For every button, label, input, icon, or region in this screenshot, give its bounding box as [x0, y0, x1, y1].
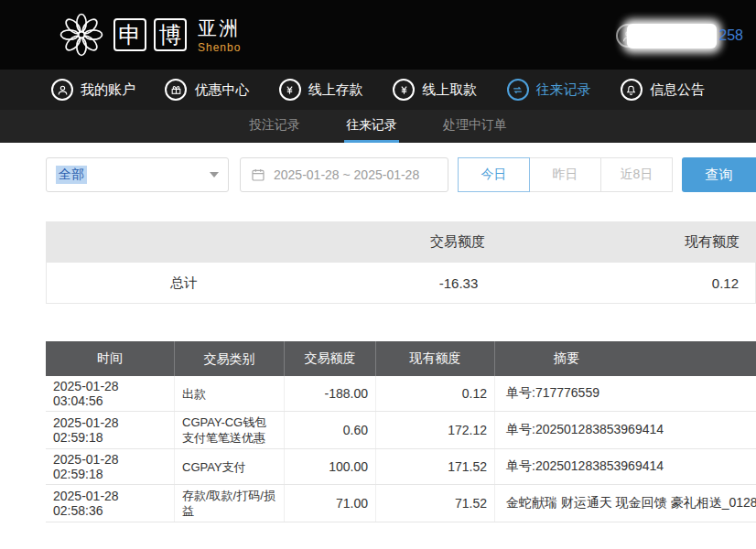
gift-icon	[165, 79, 187, 101]
privacy-blur	[627, 24, 717, 48]
table-row: 2025-01-28 03:04:56 出款 -188.00 0.12 单号:7…	[46, 376, 756, 412]
quick-today-button[interactable]: 今日	[458, 157, 530, 192]
nav-label: 线上取款	[422, 81, 477, 99]
nav-item-transactions[interactable]: 往来记录	[507, 79, 591, 101]
logo-region-text: 亚洲	[198, 16, 241, 41]
account-number: 258	[718, 27, 743, 44]
tab-label: 往来记录	[346, 117, 397, 134]
cell-balance: 0.12	[375, 376, 494, 411]
col-header-amount: 交易额度	[284, 341, 375, 376]
nav-item-my-account[interactable]: 我的账户	[51, 79, 135, 101]
summary-table: 交易额度 现有额度 总计 -16.33 0.12	[46, 221, 756, 304]
chevron-down-icon	[210, 172, 219, 178]
col-header-summary: 摘要	[494, 341, 756, 376]
calendar-icon	[251, 167, 265, 182]
top-header: 申 博 亚洲 Shenbo 258	[0, 0, 756, 70]
logo-char-bo: 博	[154, 18, 187, 51]
quick-range-group: 今日 昨日 近8日	[458, 157, 673, 192]
table-row: 2025-01-28 02:58:36 存款/取款/打码/损益 71.00 71…	[46, 485, 756, 522]
col-header-time: 时间	[46, 341, 174, 376]
flower-logo-icon	[57, 10, 106, 59]
records-table: 时间 交易类别 交易额度 现有额度 摘要 2025-01-28 03:04:56…	[46, 341, 756, 522]
date-range-picker[interactable]: 2025-01-28 ~ 2025-01-28	[240, 157, 448, 192]
cell-time: 2025-01-28 03:04:56	[46, 376, 174, 411]
summary-header-row: 交易额度 现有额度	[46, 221, 756, 263]
search-button[interactable]: 查询	[682, 157, 756, 192]
nav-item-deposit[interactable]: 线上存款	[279, 79, 363, 101]
col-header-type: 交易类别	[174, 341, 284, 376]
type-select-value: 全部	[56, 166, 87, 184]
summary-total-balance: 0.12	[596, 275, 755, 291]
nav-label: 优惠中心	[194, 81, 249, 99]
cell-time: 2025-01-28 02:59:18	[46, 412, 174, 448]
type-select[interactable]: 全部	[46, 157, 229, 192]
main-nav: 我的账户 优惠中心 线上存款 线上取款 往来记录 信息公告	[0, 70, 756, 110]
sub-nav: 投注记录 往来记录 处理中订单	[0, 110, 756, 143]
cell-type: 出款	[174, 376, 284, 411]
bell-icon	[621, 79, 643, 101]
summary-header-amount: 交易额度	[320, 233, 595, 251]
transactions-icon	[507, 79, 529, 101]
col-header-balance: 现有额度	[375, 341, 494, 376]
account-area[interactable]: 258	[616, 22, 743, 49]
user-icon	[51, 79, 73, 101]
tab-transaction-records[interactable]: 往来记录	[344, 110, 399, 143]
nav-item-withdraw[interactable]: 线上取款	[393, 79, 477, 101]
tab-pending-orders[interactable]: 处理中订单	[441, 110, 509, 143]
cell-type: CGPAY支付	[174, 449, 284, 484]
deposit-icon	[279, 79, 301, 101]
summary-header-balance: 现有额度	[595, 233, 756, 251]
table-row: 2025-01-28 02:59:18 CGPAY支付 100.00 171.5…	[46, 449, 756, 485]
cell-balance: 172.12	[375, 412, 494, 448]
cell-balance: 171.52	[375, 449, 494, 484]
cell-summary: 单号:717776559	[494, 376, 756, 411]
tab-label: 处理中订单	[443, 117, 507, 134]
brand-logo[interactable]: 申 博 亚洲 Shenbo	[57, 10, 241, 59]
cell-summary: 单号:202501283853969414	[494, 449, 756, 484]
nav-label: 我的账户	[81, 81, 135, 99]
summary-total-row: 总计 -16.33 0.12	[46, 263, 756, 304]
quick-yesterday-button[interactable]: 昨日	[529, 157, 601, 192]
cell-type: CGPAY-CG钱包支付笔笔送优惠	[174, 412, 284, 448]
cell-time: 2025-01-28 02:58:36	[46, 485, 174, 522]
date-range-value: 2025-01-28 ~ 2025-01-28	[274, 167, 419, 182]
filter-bar: 全部 2025-01-28 ~ 2025-01-28 今日 昨日 近8日 查询	[46, 157, 756, 192]
quick-8days-button[interactable]: 近8日	[600, 157, 673, 192]
cell-amount: -188.00	[284, 376, 375, 411]
cell-amount: 0.60	[284, 412, 375, 448]
nav-label: 往来记录	[536, 81, 591, 99]
tab-bet-records[interactable]: 投注记录	[247, 110, 302, 143]
cell-amount: 100.00	[284, 449, 375, 484]
cell-summary: 单号:202501283853969414	[494, 412, 756, 448]
table-body: 2025-01-28 03:04:56 出款 -188.00 0.12 单号:7…	[46, 376, 756, 522]
nav-label: 信息公告	[650, 81, 705, 99]
cell-type: 存款/取款/打码/损益	[174, 485, 284, 522]
nav-item-announcements[interactable]: 信息公告	[621, 79, 705, 101]
summary-total-label: 总计	[47, 274, 321, 292]
table-row: 2025-01-28 02:59:18 CGPAY-CG钱包支付笔笔送优惠 0.…	[46, 412, 756, 449]
cell-balance: 71.52	[375, 485, 494, 522]
withdraw-icon	[393, 79, 415, 101]
nav-item-promotions[interactable]: 优惠中心	[165, 79, 249, 101]
logo-subtitle: Shenbo	[198, 41, 241, 54]
logo-char-shen: 申	[113, 18, 146, 51]
summary-total-amount: -16.33	[321, 275, 596, 291]
cell-summary: 金蛇献瑞 财运通天 现金回馈 豪礼相送_0128	[494, 485, 756, 522]
cell-amount: 71.00	[284, 485, 375, 522]
table-header-row: 时间 交易类别 交易额度 现有额度 摘要	[46, 341, 756, 376]
nav-label: 线上存款	[308, 81, 363, 99]
cell-time: 2025-01-28 02:59:18	[46, 449, 174, 484]
tab-label: 投注记录	[249, 117, 300, 134]
